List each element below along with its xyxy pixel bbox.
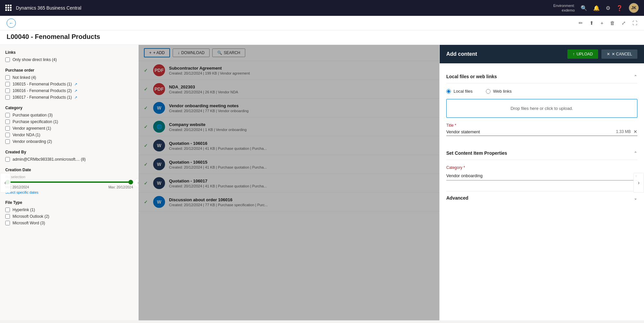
filter-hyperlink[interactable]: Hyperlink (1) [5, 208, 133, 212]
edit-button[interactable]: ✏ [579, 20, 583, 26]
external-link-icon-3[interactable]: ↗ [74, 95, 77, 100]
purchase-quotation-checkbox[interactable] [5, 113, 10, 117]
drop-zone[interactable]: Drop files here or click to upload. [446, 99, 637, 118]
filter-section-purchase-order: Purchase order Not linked (4) 106015 - F… [5, 68, 133, 100]
required-asterisk: * [455, 123, 457, 128]
avatar[interactable]: JK [629, 3, 639, 13]
created-by-title: Created By [5, 150, 133, 154]
106015-checkbox[interactable] [5, 82, 10, 86]
creation-date-title: Creation Date [5, 168, 133, 172]
local-files-radio[interactable] [446, 89, 451, 94]
sidebar-left-arrow[interactable]: ‹ [0, 173, 11, 193]
x-icon: ✕ [607, 52, 610, 56]
filter-admin-user[interactable]: admin@CRMbc983381.onmicrosoft.... (8) [5, 157, 133, 162]
filter-word[interactable]: Microsoft Word (3) [5, 221, 133, 225]
filter-vendor-agreement[interactable]: Vendor agreement (1) [5, 126, 133, 131]
vendor-agreement-checkbox[interactable] [5, 126, 10, 131]
title-field-group: Title * 1.33 MB ✕ [446, 123, 637, 136]
set-properties-content: Category * Vendor onboarding Vendor agre… [446, 160, 637, 191]
help-icon[interactable]: ❓ [616, 5, 623, 11]
panel-body: Local files or web links ⌃ Local files W… [440, 63, 644, 320]
properties-chevron-up: ⌃ [634, 151, 637, 156]
toolbar-row: ← ✏ ⬆ + 🗑 ⤢ ⛶ [0, 16, 644, 30]
filter-purchase-quotation[interactable]: Purchase quotation (3) [5, 113, 133, 117]
filter-section-file-type: File Type Hyperlink (1) Microsoft Outloo… [5, 200, 133, 225]
notification-icon[interactable]: 🔔 [593, 5, 600, 11]
filter-outlook[interactable]: Microsoft Outlook (2) [5, 214, 133, 219]
filter-section-creation-date: Creation Date No selection Min: 20/12/20… [5, 168, 133, 194]
upload-button[interactable]: ↑ UPLOAD [567, 49, 598, 59]
local-files-section-header[interactable]: Local files or web links ⌃ [446, 70, 637, 83]
title-field-label: Title * [446, 123, 637, 128]
purchase-order-title: Purchase order [5, 68, 133, 73]
filter-section-links: Links Only show direct links (4) [5, 50, 133, 62]
radio-local-files[interactable]: Local files [446, 89, 473, 94]
filter-106017[interactable]: 106017 - Fenomenal Products (1) ↗ [5, 95, 133, 100]
advanced-title: Advanced [446, 195, 468, 201]
sidebar-collapse-button[interactable]: ‹ [134, 178, 139, 187]
not-linked-checkbox[interactable] [5, 75, 10, 80]
panel-title: Add content [446, 51, 477, 57]
file-type-title: File Type [5, 200, 133, 205]
local-files-content: Local files Web links Drop files here or… [446, 83, 637, 146]
category-field-label: Category * [446, 165, 637, 170]
title-field-row: 1.33 MB ✕ [446, 129, 637, 136]
range-thumb-right[interactable] [128, 180, 133, 184]
topbar: Dynamics 365 Business Central Environmen… [0, 0, 644, 16]
word-checkbox[interactable] [5, 221, 10, 225]
delete-button[interactable]: 🗑 [610, 20, 615, 26]
radio-web-links[interactable]: Web links [486, 89, 512, 94]
date-range-slider[interactable] [5, 181, 133, 183]
advanced-section-header[interactable]: Advanced ⌄ [446, 191, 637, 205]
search-icon[interactable]: 🔍 [581, 5, 587, 11]
external-link-icon-2[interactable]: ↗ [74, 89, 77, 93]
add-content-panel: Add content ↑ UPLOAD ✕ ✕ CANCEL Local fi… [439, 45, 644, 320]
filter-106016[interactable]: 106016 - Fenomenal Products (2) ↗ [5, 88, 133, 93]
purchase-specification-checkbox[interactable] [5, 119, 10, 124]
cancel-button[interactable]: ✕ ✕ CANCEL [601, 49, 637, 59]
filter-vendor-onboarding[interactable]: Vendor onboarding (2) [5, 139, 133, 144]
share-button[interactable]: ⬆ [590, 20, 594, 26]
local-files-title: Local files or web links [446, 74, 497, 79]
category-required: * [463, 165, 465, 170]
web-links-radio[interactable] [486, 89, 491, 94]
date-selection-label: No selection [5, 175, 133, 179]
category-field: Category * Vendor onboarding Vendor agre… [446, 165, 637, 180]
fullscreen-button[interactable]: ⛶ [632, 20, 637, 26]
filter-section-created-by: Created By admin@CRMbc983381.onmicrosoft… [5, 150, 133, 162]
sidebar-right-arrow[interactable]: › [633, 173, 644, 193]
back-button[interactable]: ← [7, 18, 16, 28]
links-section-title: Links [5, 50, 133, 55]
106016-checkbox[interactable] [5, 88, 10, 93]
expand-button[interactable]: ⤢ [622, 20, 626, 26]
sidebar-filters: ‹ Links Only show direct links (4) Purch… [0, 45, 139, 320]
filter-106015[interactable]: 106015 - Fenomenal Products (1) ↗ [5, 82, 133, 86]
filter-not-linked[interactable]: Not linked (4) [5, 75, 133, 80]
settings-icon[interactable]: ⚙ [606, 5, 610, 11]
filter-vendor-nda[interactable]: Vendor NDA (1) [5, 133, 133, 137]
filter-section-category: Category Purchase quotation (3) Purchase… [5, 106, 133, 144]
date-range-track [5, 181, 133, 183]
panel-actions: ↑ UPLOAD ✕ ✕ CANCEL [567, 49, 637, 59]
select-specific-dates-link[interactable]: Select specific dates [5, 190, 133, 194]
external-link-icon[interactable]: ↗ [74, 82, 77, 86]
vendor-nda-checkbox[interactable] [5, 133, 10, 137]
hyperlink-checkbox[interactable] [5, 208, 10, 212]
admin-checkbox[interactable] [5, 157, 10, 162]
set-properties-section-header[interactable]: Set Content Item Properties ⌃ [446, 146, 637, 160]
category-select[interactable]: Vendor onboarding Vendor agreement Vendo… [446, 171, 637, 180]
add-button[interactable]: + [600, 20, 603, 26]
filter-direct-links[interactable]: Only show direct links (4) [5, 57, 133, 62]
topbar-right: Environment: exdemo 🔍 🔔 ⚙ ❓ JK [553, 3, 639, 13]
direct-links-checkbox[interactable] [5, 57, 10, 62]
file-size: 1.33 MB [616, 129, 631, 134]
106017-checkbox[interactable] [5, 95, 10, 100]
clear-icon[interactable]: ✕ [633, 129, 637, 134]
section-chevron-up: ⌃ [634, 74, 637, 79]
apps-icon[interactable] [5, 5, 12, 11]
overlay-dim [139, 45, 439, 320]
outlook-checkbox[interactable] [5, 214, 10, 219]
filter-purchase-specification[interactable]: Purchase specification (1) [5, 119, 133, 124]
title-input[interactable] [446, 129, 613, 134]
vendor-onboarding-checkbox[interactable] [5, 139, 10, 144]
